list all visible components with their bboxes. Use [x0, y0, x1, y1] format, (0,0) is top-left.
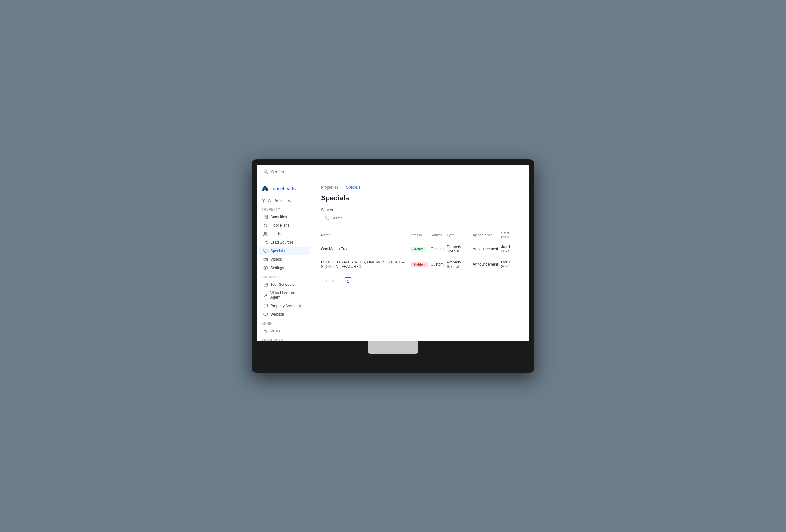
sidebar-item-label: Lead Sources	[270, 240, 294, 245]
specials-icon	[263, 249, 268, 253]
svg-rect-23	[264, 313, 268, 315]
sidebar-item-specials[interactable]: Specials	[259, 247, 310, 255]
status-badge: Active	[411, 247, 426, 252]
header-bar: 🔍	[257, 165, 529, 179]
settings-icon	[263, 266, 268, 270]
col-type: Type	[447, 229, 473, 241]
videos-icon	[263, 257, 268, 261]
svg-rect-3	[264, 215, 268, 219]
cell-source: Custom	[431, 257, 447, 272]
pagination-prev[interactable]: ← Previous	[321, 279, 341, 283]
svg-point-10	[264, 242, 265, 243]
building-icon	[263, 215, 268, 219]
svg-point-9	[266, 240, 268, 242]
svg-rect-18	[264, 283, 268, 286]
cell-name: One Month Free	[321, 241, 411, 257]
global-search-wrap: 🔍	[263, 169, 523, 174]
page-title: Specials	[321, 194, 520, 202]
sidebar-item-amenities[interactable]: Amenities	[259, 213, 310, 221]
sidebar-item-label: Tour Scheduler	[270, 282, 296, 287]
global-search-input[interactable]	[271, 169, 334, 174]
cell-type: Property Special	[447, 241, 473, 257]
breadcrumb-properties[interactable]: Properties	[321, 185, 338, 190]
pagination: ← Previous 1	[321, 277, 520, 285]
svg-point-5	[266, 225, 267, 225]
floor-plans-icon	[263, 223, 268, 228]
cell-appearance: Announcement	[473, 257, 502, 272]
breadcrumb-sep2: ›	[343, 186, 344, 189]
monitor-stand	[368, 341, 418, 354]
sidebar-item-tour-scheduler[interactable]: Tour Scheduler	[259, 280, 310, 288]
all-properties-icon	[261, 199, 266, 203]
col-start-date: Start Date	[501, 229, 520, 241]
sidebar-section-products: Products	[257, 272, 312, 280]
svg-line-12	[265, 243, 266, 244]
svg-point-7	[266, 226, 267, 226]
sidebar-section-admin: Admin	[257, 319, 312, 327]
sidebar-section-property: Property	[257, 205, 312, 212]
sidebar-item-settings[interactable]: Settings	[259, 264, 310, 272]
all-properties-label: All Properties	[268, 199, 291, 203]
search-icon: 🔍	[324, 216, 329, 221]
sidebar: LeaseLeads All Properties Property	[257, 179, 312, 341]
global-search-icon: 🔍	[263, 169, 269, 174]
svg-point-8	[264, 232, 266, 234]
vitals-icon	[263, 329, 268, 333]
sidebar-item-website[interactable]: Website	[259, 310, 310, 319]
svg-point-4	[265, 225, 265, 225]
table-row[interactable]: One Month Free Active Custom Property Sp…	[321, 241, 520, 257]
col-status: Status	[411, 229, 431, 241]
property-assistant-icon	[263, 304, 268, 308]
sidebar-item-leads[interactable]: Leads	[259, 230, 310, 238]
sidebar-item-videos[interactable]: Videos	[259, 255, 310, 263]
breadcrumb-specials: Specials	[346, 185, 360, 190]
cell-status: Active	[411, 241, 431, 257]
svg-point-22	[265, 294, 267, 295]
sidebar-item-label: Amenities	[270, 215, 287, 219]
sidebar-item-label: Property Assistant	[270, 304, 301, 308]
sidebar-logo: LeaseLeads	[257, 183, 312, 196]
sidebar-section-resources: Resources	[257, 336, 312, 341]
search-label: Search	[321, 208, 520, 212]
table-row[interactable]: REDUCED RATES. PLUS, ONE MONTH FREE & $1…	[321, 257, 520, 272]
specials-table: Name Status Source Type Appearance Start…	[321, 229, 520, 272]
sidebar-item-lead-sources[interactable]: Lead Sources	[259, 238, 310, 247]
sidebar-item-label: Vitals	[270, 329, 279, 333]
sidebar-item-property-assistant[interactable]: Property Assistant	[259, 302, 310, 310]
status-badge: Hidden	[411, 262, 427, 267]
col-appearance: Appearance	[473, 229, 502, 241]
svg-rect-15	[264, 258, 267, 260]
pagination-page-1[interactable]: 1	[344, 277, 352, 285]
sidebar-item-label: Virtual Leasing Agent	[270, 291, 306, 300]
cell-start-date: Oct 1, 2024	[501, 257, 520, 272]
cell-status: Hidden	[411, 257, 431, 272]
sidebar-item-virtual-leasing-agent[interactable]: Virtual Leasing Agent	[259, 289, 310, 302]
col-name: Name	[321, 229, 411, 241]
tour-scheduler-icon	[263, 282, 268, 287]
search-input[interactable]	[331, 216, 393, 221]
cell-source: Custom	[431, 241, 447, 257]
svg-point-17	[265, 267, 266, 269]
cell-name: REDUCED RATES. PLUS, ONE MONTH FREE & $1…	[321, 257, 411, 272]
virtual-leasing-icon	[263, 293, 268, 297]
sidebar-all-properties[interactable]: All Properties	[257, 196, 312, 205]
lead-sources-icon	[263, 240, 268, 245]
svg-marker-16	[267, 258, 268, 261]
svg-point-6	[265, 226, 265, 226]
search-input-wrap: 🔍	[321, 214, 396, 222]
col-source: Source	[431, 229, 447, 241]
sidebar-item-label: Website	[270, 312, 284, 317]
logo-text: LeaseLeads	[270, 186, 296, 191]
sidebar-item-floor-plans[interactable]: Floor Plans	[259, 221, 310, 230]
sidebar-item-label: Floor Plans	[270, 223, 290, 228]
sidebar-item-label: Specials	[270, 249, 284, 253]
breadcrumb-sep1: ›	[340, 186, 342, 189]
sidebar-item-label: Settings	[270, 266, 284, 270]
leads-icon	[263, 232, 268, 236]
cell-type: Property Special	[447, 257, 473, 272]
cell-appearance: Announcement	[473, 241, 502, 257]
logo-icon	[261, 185, 269, 192]
sidebar-item-label: Videos	[270, 257, 282, 261]
sidebar-item-vitals[interactable]: Vitals	[259, 327, 310, 335]
cell-start-date: Jan 1, 2024	[501, 241, 520, 257]
